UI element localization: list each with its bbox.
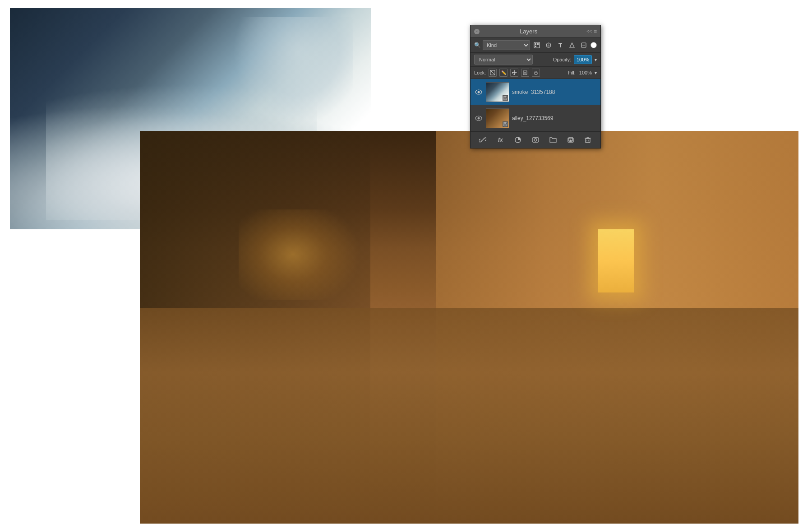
layers-panel: × Layers << ≡ 🔍 Kind [470, 25, 601, 148]
new-layer-button[interactable] [565, 135, 576, 145]
add-mask-button[interactable] [530, 135, 541, 145]
layer-visibility-alley[interactable] [474, 116, 483, 121]
svg-rect-9 [524, 72, 526, 74]
svg-rect-2 [537, 43, 539, 45]
panel-menu-button[interactable]: ≡ [594, 28, 597, 35]
svg-rect-0 [534, 42, 540, 48]
layer-thumb-smoke [486, 82, 509, 102]
lock-artboard-button[interactable] [521, 69, 529, 77]
layer-name-alley: alley_127733569 [512, 115, 597, 121]
lock-row: Lock: ✏️ [471, 67, 600, 79]
svg-point-12 [478, 91, 480, 93]
lock-label: Lock: [474, 70, 486, 75]
layer-thumb-alley [486, 108, 509, 128]
layer-thumb-save-smoke [503, 95, 508, 101]
layer-item-smoke[interactable]: smoke_31357188 [471, 79, 600, 105]
filter-shape-icon[interactable] [567, 40, 577, 50]
filter-toggle-circle[interactable] [591, 42, 597, 48]
layers-list: smoke_31357188 [471, 79, 600, 131]
svg-rect-10 [535, 72, 537, 74]
layer-name-smoke: smoke_31357188 [512, 89, 597, 95]
svg-line-21 [481, 139, 484, 141]
svg-rect-14 [504, 96, 506, 97]
filter-pixel-icon[interactable] [532, 40, 542, 50]
svg-point-17 [478, 117, 480, 119]
alley-vanishing-point [239, 209, 374, 300]
opacity-input[interactable] [574, 55, 592, 64]
delete-layer-button[interactable] [582, 135, 593, 145]
svg-rect-1 [535, 43, 536, 45]
alley-floor [140, 308, 798, 524]
link-layers-button[interactable] [477, 135, 488, 145]
layer-item-alley[interactable]: alley_127733569 [471, 105, 600, 131]
blend-mode-select[interactable]: Normal Dissolve Multiply Screen Overlay [474, 55, 533, 65]
lock-paint-button[interactable]: ✏️ [499, 69, 508, 77]
layer-thumb-save-alley [503, 121, 508, 127]
filter-adjustment-icon[interactable] [544, 40, 554, 50]
new-group-button[interactable] [548, 135, 558, 145]
fill-value: 100% [579, 70, 592, 75]
lock-all-button[interactable] [532, 69, 540, 77]
search-icon: 🔍 [474, 42, 481, 48]
svg-rect-3 [535, 46, 536, 47]
blend-mode-row: Normal Dissolve Multiply Screen Overlay … [471, 53, 600, 67]
fill-label: Fill: [568, 70, 576, 75]
filter-smart-icon[interactable] [579, 40, 589, 50]
filter-kind-select[interactable]: Kind [483, 40, 530, 50]
filter-type-icon[interactable]: T [555, 40, 565, 50]
svg-point-24 [534, 139, 537, 141]
svg-line-7 [490, 70, 495, 75]
layer-visibility-smoke[interactable] [474, 89, 483, 95]
alley-window-glow [598, 229, 634, 292]
lock-move-button[interactable] [510, 69, 518, 77]
opacity-dropdown-arrow[interactable]: ▾ [595, 57, 597, 62]
new-fill-adjustment-button[interactable] [512, 135, 523, 145]
alley-image-layer [140, 131, 798, 524]
filter-row: 🔍 Kind T [471, 38, 600, 53]
fx-button[interactable]: fx [495, 135, 506, 145]
svg-rect-19 [504, 122, 506, 124]
panel-collapse-button[interactable]: << [586, 29, 592, 34]
canvas-area: × Layers << ≡ 🔍 Kind [0, 0, 812, 529]
panel-titlebar: × Layers << ≡ [471, 25, 600, 38]
smoke-tendrils [217, 17, 353, 130]
layer-actions-bar: fx [471, 131, 600, 148]
opacity-label: Opacity: [553, 57, 571, 62]
svg-rect-29 [586, 139, 590, 143]
fill-dropdown-arrow[interactable]: ▾ [595, 70, 597, 75]
lock-transparent-button[interactable] [489, 69, 497, 77]
panel-title: Layers [471, 28, 586, 35]
